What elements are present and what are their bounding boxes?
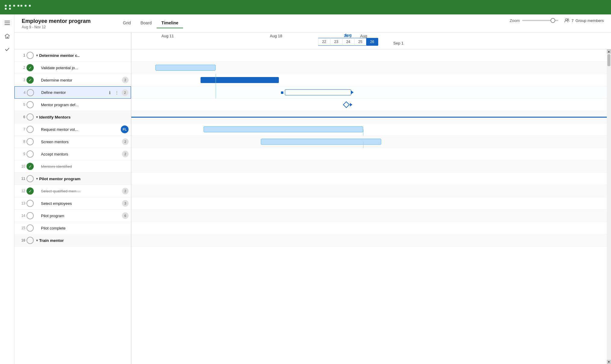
app-grid-icon[interactable] [5, 5, 32, 10]
top-bar [0, 0, 611, 14]
scrollbar-track: ▲ ▼ [607, 49, 611, 364]
row-number: 13 [17, 201, 25, 205]
header-right: Zoom 7 Group members [510, 18, 604, 25]
zoom-control: Zoom [510, 18, 558, 23]
task-checkbox[interactable] [26, 126, 34, 133]
task-badge: 2 [122, 89, 128, 96]
gantt-row-9 [131, 148, 611, 160]
sep-label: Sep 1 [393, 41, 404, 45]
tab-timeline[interactable]: Timeline [157, 18, 183, 28]
zoom-label: Zoom [510, 18, 520, 23]
gantt-row-8 [131, 136, 611, 148]
gantt-rows [131, 49, 611, 247]
task-row: 5 Mentor program def... [14, 99, 131, 111]
task-row: 16 ▾ Train mentor [14, 234, 131, 247]
gantt-row-3 [131, 74, 611, 86]
scrollbar-thumb[interactable] [607, 54, 610, 66]
tabs: Grid Board Timeline [118, 18, 183, 28]
day-26-highlighted: 26 [366, 38, 378, 46]
group-members-button[interactable]: 7 Group members [564, 18, 604, 23]
task-row: 3 ✓ Determine mentor 2 [14, 74, 131, 86]
task-list-header-spacer [14, 32, 131, 49]
week1-label: Aug 11 [161, 34, 174, 38]
task-name: Request mentor vol... [36, 127, 119, 132]
chevron-icon[interactable]: ▾ [36, 177, 38, 181]
aug-label2: Aug [360, 34, 367, 38]
task-checkbox[interactable] [26, 237, 34, 244]
task-row: 7 Request mentor vol... FL [14, 123, 131, 136]
row-number: 7 [17, 127, 25, 131]
connector-vertical-2 [216, 86, 216, 99]
task-badge: 2 [122, 151, 129, 157]
gantt-bar-outlined[interactable] [285, 89, 351, 95]
row-number: 12 [17, 189, 25, 193]
row-number: 5 [17, 103, 25, 107]
left-sidebar [0, 14, 14, 364]
gantt-row-6 [131, 111, 611, 123]
connector-vertical [216, 74, 216, 86]
gantt-bar-dark[interactable] [201, 77, 279, 83]
task-row: 6 ▾ Identify Mentors [14, 111, 131, 123]
header: Employee mentor program Aug 9 - Nov 12 G… [14, 14, 611, 32]
task-badge: 3 [122, 200, 129, 207]
gantt-bar[interactable] [155, 65, 216, 71]
task-name: Pilot mentor program [39, 177, 129, 181]
gantt-row-12 [131, 185, 611, 197]
scrollbar-down-arrow[interactable]: ▼ [607, 360, 611, 364]
task-checkbox[interactable]: ✓ [26, 64, 34, 71]
task-name: Validate potential jo... [36, 66, 129, 70]
task-row-selected[interactable]: 4 Define mentor ℹ ⋮ 2 [14, 86, 131, 99]
task-checkbox[interactable]: ✓ [26, 76, 34, 84]
task-checkbox[interactable] [26, 212, 34, 219]
task-checkbox[interactable] [26, 101, 34, 108]
task-badge: 2 [122, 138, 129, 145]
task-checkbox[interactable] [26, 138, 34, 145]
chevron-icon[interactable]: ▾ [36, 115, 38, 119]
chevron-icon[interactable]: ▾ [36, 54, 38, 57]
hamburger-menu-icon[interactable] [4, 19, 11, 26]
date-header-row: Aug 11 Aug 18 Aug 22 23 24 25 26 3d Aug … [14, 32, 611, 49]
task-name: Screen mentors [36, 140, 120, 144]
svg-rect-0 [5, 21, 10, 21]
task-checkbox[interactable]: ✓ [26, 187, 34, 195]
scrollbar-up-arrow[interactable]: ▲ [607, 49, 611, 54]
tab-grid[interactable]: Grid [118, 18, 136, 28]
more-options-icon[interactable]: ⋮ [114, 90, 120, 96]
gantt-milestone[interactable] [343, 101, 350, 108]
task-checkbox[interactable] [26, 52, 34, 59]
task-checkbox[interactable] [26, 175, 34, 182]
task-checkbox[interactable] [26, 224, 34, 232]
gantt-arrow [351, 91, 354, 94]
row-number: 3 [17, 78, 25, 82]
row-number: 2 [17, 66, 25, 70]
task-name: Mentor program def... [36, 103, 129, 107]
project-title: Employee mentor program [22, 18, 106, 24]
zoom-slider[interactable] [522, 20, 558, 21]
day-24: 24 [342, 38, 354, 46]
checkmark-icon[interactable] [4, 46, 11, 53]
task-action-icons: ℹ ⋮ [107, 90, 120, 96]
task-row: 8 Screen mentors 2 [14, 136, 131, 148]
task-checkbox[interactable]: ✓ [26, 163, 34, 170]
zoom-thumb[interactable] [550, 18, 555, 23]
gantt-connector-dot [281, 91, 283, 94]
gantt-row-13 [131, 197, 611, 210]
task-list: 1 ▾ Determine mentor c.. 2 ✓ Validate po… [14, 49, 131, 364]
task-checkbox[interactable] [27, 89, 34, 96]
content-area: 1 ▾ Determine mentor c.. 2 ✓ Validate po… [14, 49, 611, 364]
task-name: Determine mentor c.. [39, 53, 129, 58]
task-checkbox[interactable] [26, 200, 34, 207]
row-number: 8 [17, 140, 25, 144]
task-checkbox[interactable] [26, 150, 34, 158]
day-23: 23 [330, 38, 342, 46]
task-row: 2 ✓ Validate potential jo... [14, 62, 131, 74]
home-icon[interactable] [4, 32, 11, 40]
gantt-bar-row7[interactable] [204, 126, 363, 132]
chevron-icon[interactable]: ▾ [36, 239, 38, 242]
row-number: 4 [17, 91, 26, 95]
tab-board[interactable]: Board [136, 18, 156, 28]
3d-label: 3d [344, 34, 348, 38]
info-icon[interactable]: ℹ [107, 90, 113, 96]
task-checkbox[interactable] [26, 113, 34, 121]
row-number: 15 [17, 226, 25, 230]
